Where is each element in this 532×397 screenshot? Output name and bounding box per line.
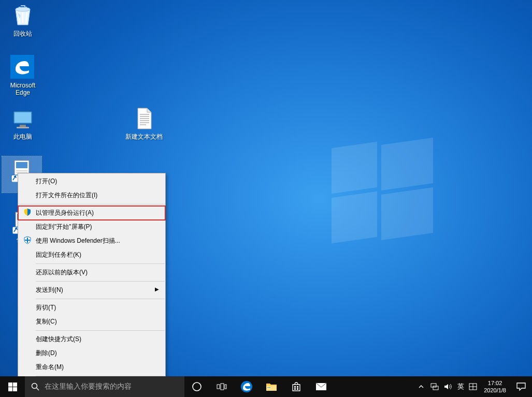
desktop-icon-text-document[interactable]: 新建文本文档 <box>124 106 164 140</box>
taskbar-app-edge[interactable] <box>234 376 259 397</box>
tray-time: 17:02 <box>484 379 506 387</box>
svg-point-33 <box>241 381 252 392</box>
tray-ime-language[interactable]: 英 <box>455 376 466 397</box>
svg-rect-1 <box>10 55 34 79</box>
menu-item-open[interactable]: 打开(O) <box>18 174 165 188</box>
menu-label: 复制(C) <box>36 318 57 325</box>
svg-rect-25 <box>8 387 12 391</box>
cortana-icon <box>192 381 202 392</box>
task-view-icon <box>217 383 227 391</box>
tray-ime-mode[interactable] <box>466 376 480 397</box>
menu-item-delete[interactable]: 删除(D) <box>18 346 165 360</box>
task-view-button[interactable] <box>209 376 234 397</box>
recycle-bin-icon <box>10 3 35 28</box>
desktop-icon-edge[interactable]: Microsoft Edge <box>3 55 42 96</box>
desktop-icon-label: 回收站 <box>3 30 42 37</box>
svg-rect-22 <box>25 240 30 241</box>
tray-show-hidden[interactable] <box>414 376 428 397</box>
svg-rect-36 <box>294 386 296 388</box>
svg-rect-31 <box>221 384 224 390</box>
taskbar-app-explorer[interactable] <box>259 376 284 397</box>
taskbar: 在这里输入你要搜索的内容 英 17:02 2020/1/8 <box>0 376 532 397</box>
menu-item-pin-taskbar[interactable]: 固定到任务栏(K) <box>18 248 165 262</box>
svg-point-0 <box>16 7 30 11</box>
svg-rect-5 <box>17 127 29 128</box>
menu-item-pin-start[interactable]: 固定到"开始"屏幕(P) <box>18 220 165 234</box>
taskbar-app-store[interactable] <box>284 376 309 397</box>
svg-rect-38 <box>294 388 296 390</box>
cortana-button[interactable] <box>184 376 209 397</box>
menu-separator <box>36 263 165 264</box>
menu-separator <box>36 330 165 331</box>
menu-separator <box>36 281 165 282</box>
svg-rect-41 <box>431 384 436 387</box>
folder-icon <box>266 382 277 391</box>
menu-label: 删除(D) <box>36 349 57 357</box>
start-button[interactable] <box>0 376 25 397</box>
svg-rect-23 <box>8 383 12 387</box>
chevron-up-icon <box>419 385 424 389</box>
edge-icon <box>10 55 35 80</box>
menu-label: 打开文件所在的位置(I) <box>36 192 97 199</box>
desktop-icon-recycle-bin[interactable]: 回收站 <box>3 3 42 37</box>
desktop-icon-this-pc[interactable]: 此电脑 <box>3 106 42 140</box>
taskbar-search-box[interactable]: 在这里输入你要搜索的内容 <box>25 376 184 397</box>
svg-point-29 <box>193 383 201 391</box>
menu-label: 以管理员身份运行(A) <box>36 209 94 216</box>
menu-label: 发送到(N) <box>36 286 63 293</box>
menu-label: 打开(O) <box>36 178 57 185</box>
menu-item-rename[interactable]: 重命名(M) <box>18 360 165 374</box>
shield-icon <box>23 208 32 216</box>
svg-rect-30 <box>217 385 220 389</box>
svg-rect-4 <box>20 125 26 127</box>
ime-grid-icon <box>469 383 477 390</box>
svg-rect-35 <box>267 387 270 388</box>
edge-icon <box>240 380 253 393</box>
menu-label: 还原以前的版本(V) <box>36 269 88 276</box>
svg-rect-3 <box>15 112 31 123</box>
taskbar-app-mail[interactable] <box>309 376 334 397</box>
svg-rect-34 <box>266 386 277 391</box>
svg-rect-42 <box>433 386 438 390</box>
tray-clock[interactable]: 17:02 2020/1/8 <box>480 379 510 394</box>
tray-date: 2020/1/8 <box>484 387 506 394</box>
mail-icon <box>315 383 327 391</box>
network-icon <box>430 383 439 390</box>
svg-rect-26 <box>13 387 17 391</box>
desktop-icon-label: 新建文本文档 <box>124 133 164 140</box>
svg-line-28 <box>37 388 39 391</box>
menu-label: 重命名(M) <box>36 363 64 371</box>
menu-item-copy[interactable]: 复制(C) <box>18 315 165 329</box>
store-icon <box>291 381 301 392</box>
menu-item-cut[interactable]: 剪切(T) <box>18 301 165 315</box>
menu-label: 固定到任务栏(K) <box>36 251 81 258</box>
menu-item-send-to[interactable]: 发送到(N) ▶ <box>18 283 165 297</box>
submenu-arrow-icon: ▶ <box>155 286 159 292</box>
menu-label: 创建快捷方式(S) <box>36 335 81 343</box>
menu-separator <box>36 299 165 299</box>
tray-volume[interactable] <box>441 376 455 397</box>
menu-label: 固定到"开始"屏幕(P) <box>36 223 92 230</box>
context-menu: 打开(O) 打开文件所在的位置(I) 以管理员身份运行(A) 固定到"开始"屏幕… <box>18 173 166 393</box>
speaker-icon <box>444 383 452 390</box>
menu-separator <box>19 204 165 204</box>
svg-rect-24 <box>13 383 17 387</box>
desktop-icon-label: Microsoft Edge <box>3 82 42 96</box>
menu-label: 使用 Windows Defender扫描... <box>36 237 120 244</box>
svg-rect-39 <box>297 388 298 390</box>
svg-rect-13 <box>16 162 27 168</box>
text-file-icon <box>132 106 156 131</box>
menu-label: 剪切(T) <box>36 304 56 311</box>
tray-notifications[interactable] <box>510 376 532 397</box>
svg-point-27 <box>32 384 37 389</box>
menu-item-open-location[interactable]: 打开文件所在的位置(I) <box>18 188 165 202</box>
search-icon <box>31 383 39 391</box>
notification-icon <box>516 383 526 391</box>
defender-shield-icon <box>23 236 32 244</box>
menu-item-defender-scan[interactable]: 使用 Windows Defender扫描... <box>18 234 165 248</box>
menu-item-restore-versions[interactable]: 还原以前的版本(V) <box>18 266 165 280</box>
menu-item-run-as-admin[interactable]: 以管理员身份运行(A) <box>18 206 165 220</box>
menu-item-create-shortcut[interactable]: 创建快捷方式(S) <box>18 332 165 346</box>
tray-network[interactable] <box>428 376 441 397</box>
system-tray: 英 17:02 2020/1/8 <box>414 376 532 397</box>
